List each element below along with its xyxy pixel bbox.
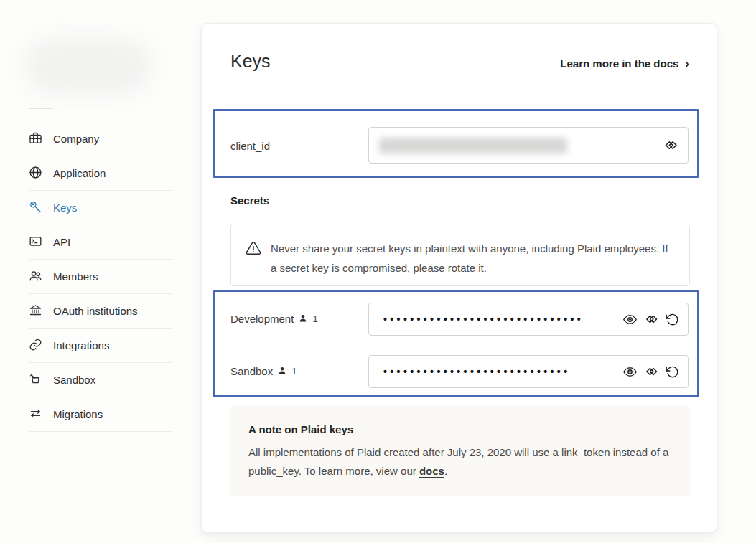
sidebar-item-migrations[interactable]: Migrations [29, 397, 172, 432]
development-secret-field[interactable]: •••••••••••••••••••••••••••••• [368, 303, 689, 336]
member-count: 1 [291, 366, 297, 377]
company-logo-blurred [24, 37, 152, 95]
eye-icon[interactable] [622, 364, 638, 379]
sandbox-secret-label: Sandbox 1 [230, 365, 297, 377]
sidebar-item-company[interactable]: Company [29, 122, 172, 156]
terminal-icon [29, 235, 42, 250]
sidebar-item-application[interactable]: Application [29, 156, 172, 191]
keys-settings-card: Keys Learn more in the docs › client_id … [201, 23, 717, 532]
eye-icon[interactable] [622, 312, 638, 327]
sidebar-item-label: API [53, 236, 70, 248]
chevron-right-icon: › [685, 57, 689, 70]
sidebar-item-label: Application [53, 167, 106, 179]
sidebar-item-label: OAuth institutions [53, 305, 138, 317]
sidebar-item-label: Keys [53, 202, 77, 214]
copy-icon[interactable] [663, 138, 679, 153]
rotate-icon[interactable] [666, 365, 679, 379]
client-id-label: client_id [230, 140, 270, 152]
member-icon [278, 365, 286, 377]
people-icon [29, 269, 42, 285]
bank-icon [29, 303, 42, 319]
sidebar-nav: Company Application Keys API Members OAu… [29, 122, 172, 432]
secrets-heading: Secrets [230, 194, 269, 207]
rotate-icon[interactable] [666, 313, 679, 326]
sidebar-item-api[interactable]: API [29, 225, 172, 260]
sidebar-item-label: Members [53, 270, 98, 283]
masked-secret-value: •••••••••••••••••••••••••••• [383, 366, 570, 377]
swap-arrows-icon [29, 407, 42, 422]
sidebar-item-keys[interactable]: Keys [29, 191, 172, 225]
member-count: 1 [312, 313, 317, 324]
copy-icon[interactable] [644, 364, 659, 379]
key-icon [29, 200, 42, 216]
sidebar-item-label: Company [53, 133, 99, 145]
sandbox-secret-field[interactable]: •••••••••••••••••••••••••••• [368, 355, 689, 388]
member-icon [299, 313, 307, 325]
link-icon [29, 338, 42, 354]
sidebar-item-integrations[interactable]: Integrations [29, 329, 172, 363]
sand-bucket-icon [29, 372, 42, 388]
sidebar-item-label: Migrations [53, 408, 103, 420]
development-secret-label: Development 1 [230, 313, 318, 325]
sidebar-item-label: Sandbox [53, 374, 95, 386]
page-title: Keys [230, 51, 271, 72]
docs-link-label: Learn more in the docs [560, 57, 678, 70]
briefcase-icon [29, 131, 42, 147]
masked-secret-value: •••••••••••••••••••••••••••••• [383, 313, 584, 325]
globe-icon [29, 166, 42, 181]
secrets-warning-text: Never share your secret keys in plaintex… [271, 239, 669, 278]
plaid-keys-note: A note on Plaid keys All implementations… [230, 406, 690, 496]
note-title: A note on Plaid keys [248, 423, 672, 435]
header-divider [230, 98, 691, 98]
sidebar-item-members[interactable]: Members [29, 260, 172, 294]
client-id-field[interactable] [368, 127, 689, 164]
sidebar-item-oauth-institutions[interactable]: OAuth institutions [29, 294, 172, 329]
copy-icon[interactable] [644, 312, 659, 326]
sidebar-divider [29, 108, 52, 109]
client-id-value-blurred [379, 138, 567, 154]
sidebar-item-sandbox[interactable]: Sandbox [29, 363, 172, 397]
note-body: All implementations of Plaid created aft… [248, 443, 669, 481]
sidebar-item-label: Integrations [53, 339, 109, 351]
docs-inline-link[interactable]: docs [419, 465, 444, 477]
secrets-warning-box: Never share your secret keys in plaintex… [230, 225, 690, 286]
warning-triangle-icon [246, 239, 261, 259]
learn-more-docs-link[interactable]: Learn more in the docs › [560, 57, 689, 70]
